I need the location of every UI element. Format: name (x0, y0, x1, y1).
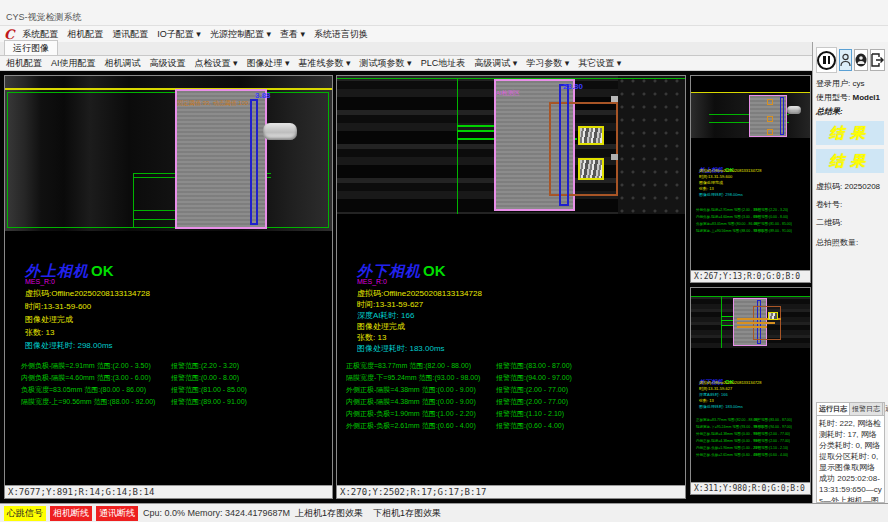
ai-elapsed: 深度AI耗时: 166 (699, 392, 728, 397)
exit-button[interactable] (870, 49, 885, 71)
menu-item[interactable]: 相机配置 (67, 28, 103, 41)
toolbar-button[interactable]: 学习参数 ▾ (526, 57, 569, 70)
menu-item[interactable]: 系统配置 (22, 28, 58, 41)
toolbar-button[interactable]: 点检设置 ▾ (195, 57, 238, 70)
menubar: C 系统配置相机配置通讯配置IO子配置 ▾光源控制配置 ▾查看 ▾系统语言切换 (0, 26, 888, 42)
timestamp: 时间:13-31-59-600 (699, 174, 732, 179)
virtual-code: 虚拟码:Offline20250208133134728 (699, 380, 761, 385)
camera-image-upper-outer[interactable]: 固定阈值:93, 动态阈值:100 3.88 (5, 76, 332, 258)
menu-item[interactable]: 查看 ▾ (280, 28, 305, 41)
alarm-range: 报警范围:(2.00 - 77.00) (496, 397, 568, 407)
menu-item[interactable]: 系统语言切换 (314, 28, 368, 41)
camera-image-mini-top[interactable] (691, 76, 810, 156)
measurement-row: 内侧正极-隔膜=4.38mm 范围:(0.00 - 9.00) 报警范围:(2.… (346, 397, 683, 409)
alarm-range: 报警范围:(81.00 - 85.00) (754, 222, 792, 226)
virtual-code: 虚拟码:Offline20250208133134728 (699, 168, 761, 173)
camera-image-lower-outer[interactable]: AI检测区 23.80 (337, 76, 685, 258)
menu-item[interactable]: 通讯配置 (112, 28, 148, 41)
toolbar-button[interactable]: 其它设置 ▾ (578, 57, 621, 70)
measurement-row: 外侧正极-负极=2.61mm 范围:(0.60 - 4.00) 报警范围:(0.… (346, 421, 683, 433)
alarm-range: 报警范围:(1.10 - 2.10) (496, 409, 564, 419)
alarm-range: 报警范围:(94.00 - 97.00) (754, 425, 792, 429)
toolbar-button[interactable]: AI使用配置 (51, 57, 96, 70)
toolbar-button[interactable]: 基准线参数 ▾ (299, 57, 351, 70)
virtual-code: 虚拟码:Offline20250208133134728 (357, 288, 482, 299)
toolbar-button[interactable]: 相机调试 (105, 57, 141, 70)
workspace: 固定阈值:93, 动态阈值:100 3.88 外上相机OK MES_R:0 虚拟… (0, 71, 812, 503)
toolbar-button[interactable]: 图像处理 ▾ (247, 57, 290, 70)
result-box-1: 结果 (816, 121, 884, 145)
measurement-value: 外侧负极-隔膜=2.91mm 范围:(2.00 - 3.50) (696, 208, 761, 212)
alarm-range: 报警范围:(0.60 - 4.00) (496, 421, 564, 431)
alarm-range: 报警范围:(2.00 - 77.00) (754, 432, 790, 436)
measurement-list: 正极宽度=83.77mm 范围:(82.00 - 88.00) 报警范围:(83… (346, 361, 683, 433)
result-text-area: 外下相机OK 虚拟码:Offline20250208133134728 时间:1… (691, 368, 810, 482)
camera-panel-upper-outer: 固定阈值:93, 动态阈值:100 3.88 外上相机OK MES_R:0 虚拟… (4, 75, 333, 499)
log-tab[interactable]: 报警日志 (850, 403, 883, 415)
menu-item[interactable]: 光源控制配置 ▾ (210, 28, 271, 41)
electrode-tab-blob (263, 123, 297, 140)
measurement-value: 内侧正极-负极=1.90mm 范围:(1.00 - 2.20) (346, 410, 476, 417)
ai-elapsed: 深度AI耗时: 166 (357, 310, 414, 321)
measurement-value: 外侧正极-隔膜=4.38mm 范围:(0.00 - 9.00) (346, 386, 476, 393)
overlay-green-vline (721, 296, 722, 348)
virtual-code: 虚拟码:Offline20250208133134728 (25, 288, 150, 299)
measurement-row: 内侧正极-隔膜=4.38mm 范围:(0.00 - 9.00) 报警范围:(2.… (696, 439, 808, 446)
operator-icon (855, 53, 867, 67)
toolbar-button[interactable]: PLC地址表 (421, 57, 466, 70)
toolbar-button[interactable]: 相机配置 (6, 57, 42, 70)
titlebar: CYS-视觉检测系统 (0, 0, 888, 26)
measurement-value: 外侧正极-隔膜=4.38mm 范围:(0.00 - 9.00) (696, 432, 761, 436)
measurement-row: 外侧正极-隔膜=4.38mm 范围:(0.00 - 9.00) 报警范围:(2.… (696, 432, 808, 439)
threshold-label: 固定阈值:93, 动态阈值:100 (177, 100, 248, 106)
operator-button[interactable] (854, 49, 868, 71)
measurement-row: 外侧正极-负极=2.61mm 范围:(0.60 - 4.00) 报警范围:(0.… (696, 453, 808, 460)
login-user-value: cys (852, 79, 864, 88)
overlay-green-vline (457, 78, 458, 214)
pause-button[interactable] (816, 47, 837, 73)
virtual-code-row: 虚拟码: 20250208 (816, 182, 885, 192)
measurement-value: 正极宽度=83.77mm 范围:(82.00 - 88.00) (346, 362, 471, 369)
toolbar-button[interactable]: 高级设置 (150, 57, 186, 70)
menu-item[interactable]: IO子配置 ▾ (157, 28, 201, 41)
status-badges: 心跳信号相机断线通讯断线 (4, 506, 138, 521)
alarm-range: 报警范围:(83.00 - 87.00) (754, 418, 792, 422)
log-tab[interactable]: 通讯日志 (883, 403, 888, 415)
login-user-row: 登录用户: cys (816, 79, 885, 89)
measurement-row: 正极宽度=83.77mm 范围:(82.00 - 88.00) 报警范围:(83… (346, 361, 683, 373)
total-result-label: 总结果: (816, 107, 885, 117)
overlay-orange-text-streak (737, 326, 767, 328)
overlay-baseline-yellow (5, 88, 332, 90)
timestamp: 时间:13-31-59-627 (357, 299, 423, 310)
toolbar-button[interactable]: 高级调试 ▾ (474, 57, 517, 70)
tab-run-image[interactable]: 运行图像 (4, 40, 58, 55)
toolbar: 相机配置AI使用配置相机调试高级设置点检设置 ▾图像处理 ▾基准线参数 ▾测试项… (0, 56, 812, 71)
process-elapsed: 图像处理耗时: 298.00ms (699, 192, 743, 197)
log-text[interactable]: 耗时: 222, 网络检测耗时: 17, 网络分类耗时: 0, 网络提取分区耗时… (816, 415, 885, 503)
alarm-range: 报警范围:(94.00 - 97.00) (496, 373, 572, 383)
measurement-value: 隔膜宽度-下=95.24mm 范围:(93.00 - 98.00) (346, 374, 480, 381)
measurement-value: 正极宽度=83.77mm 范围:(82.00 - 88.00) (696, 418, 759, 422)
overlay-orange-mark (767, 129, 773, 135)
log-tab[interactable]: 运行日志 (817, 403, 850, 415)
save-image-link[interactable]: 下相机1存图效果 (373, 507, 441, 520)
measurement-row: 外侧负极-隔膜=2.91mm 范围:(2.00 - 3.50) 报警范围:(2.… (21, 361, 330, 373)
measurement-value: 内侧正极-隔膜=4.38mm 范围:(0.00 - 9.00) (346, 398, 476, 405)
process-done: 图像处理完成 (357, 321, 405, 332)
save-image-link[interactable]: 上相机1存图效果 (295, 507, 363, 520)
bolt-mark (611, 96, 618, 102)
photo-count-label: 总拍照数量: (816, 238, 885, 248)
alarm-range: 报警范围:(2.20 - 3.20) (754, 208, 788, 212)
toolbar-items: 相机配置AI使用配置相机调试高级设置点检设置 ▾图像处理 ▾基准线参数 ▾测试项… (6, 57, 630, 70)
user-switch-button[interactable] (839, 49, 852, 71)
qr-code-label: 二维码: (816, 218, 885, 228)
process-done: 图像处理完成 (699, 180, 723, 185)
toolbar-button[interactable]: 测试项参数 ▾ (360, 57, 412, 70)
result-text-area: 外上相机OK 虚拟码:Offline20250208133134728 时间:1… (691, 156, 810, 270)
ai-area-label: AI检测区 (496, 90, 520, 96)
overlay-baseline-yellow (691, 92, 810, 93)
overlay-measure-blue-rect (250, 99, 258, 225)
measurement-row: 隔膜宽度-下=95.24mm 范围:(93.00 - 98.00) 报警范围:(… (696, 425, 808, 432)
camera-image-mini-bottom[interactable] (691, 288, 810, 368)
alarm-range: 报警范围:(2.00 - 77.00) (496, 385, 568, 395)
